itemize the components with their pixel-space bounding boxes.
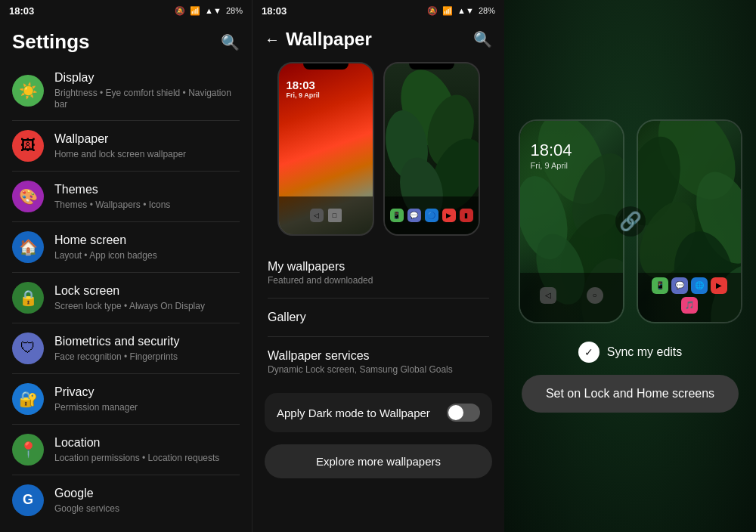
home-app-4: ▶ — [711, 277, 727, 294]
app-dot-2c: 🔵 — [425, 209, 438, 222]
wallpaper-option-my[interactable]: My wallpapers Featured and downloaded — [262, 248, 495, 298]
dark-mode-label: Apply Dark mode to Wallpaper — [277, 407, 430, 419]
preview-lock-big-time: 18:04 — [531, 142, 572, 159]
location-icon: 📍 — [12, 434, 44, 466]
preview-lock-date: Fri, 9 April — [531, 161, 572, 170]
divider-7 — [12, 424, 240, 425]
preview-phone-home[interactable]: 📱 💬 🌐 ▶ 🎵 — [637, 119, 742, 323]
app-dot-2d: ▶ — [442, 209, 456, 222]
display-name: Display — [54, 70, 240, 86]
wallpaper-title: Wallpaper — [286, 29, 372, 50]
phone-notch-1 — [303, 63, 349, 70]
settings-item-lockscreen[interactable]: 🔒 Lock screen Screen lock type • Always … — [6, 274, 246, 321]
settings-item-privacy[interactable]: 🔐 Privacy Permission manager — [6, 376, 246, 422]
homescreen-text: Home screen Layout • App icon badges — [54, 233, 240, 261]
lock-nav-1: ◁ — [540, 287, 556, 304]
status-icons-2: 🔕 📶 ▲▼ 28% — [427, 6, 495, 16]
wallpaper-icon: 🖼 — [12, 130, 44, 162]
wallpaper-option-gallery[interactable]: Gallery — [262, 298, 495, 336]
wallpaper-text: Wallpaper Home and lock screen wallpaper — [54, 131, 240, 160]
settings-item-wallpaper[interactable]: 🖼 Wallpaper Home and lock screen wallpap… — [6, 122, 246, 169]
google-desc: Google services — [54, 503, 240, 515]
toggle-knob — [448, 405, 463, 420]
privacy-name: Privacy — [54, 385, 240, 401]
preview-date-1: Fri, 9 April — [287, 91, 320, 99]
location-desc: Location permissions • Location requests — [54, 453, 240, 465]
settings-item-biometrics[interactable]: 🛡 Biometrics and security Face recogniti… — [6, 325, 246, 372]
wallpaper-name: Wallpaper — [54, 131, 240, 147]
themes-icon: 🎨 — [12, 181, 44, 212]
services-desc: Dynamic Lock screen, Samsung Global Goal… — [268, 364, 489, 375]
sync-check-icon: ✓ — [578, 342, 600, 363]
search-icon-settings[interactable]: 🔍 — [221, 33, 240, 51]
app-dot-2b: 💬 — [407, 209, 421, 222]
settings-item-homescreen[interactable]: 🏠 Home screen Layout • App icon badges — [6, 224, 246, 271]
homescreen-desc: Layout • App icon badges — [54, 250, 240, 262]
home-app-2: 💬 — [671, 277, 688, 294]
phone-bottom-bar-1: ◁ □ — [279, 196, 373, 234]
homescreen-icon: 🏠 — [12, 231, 44, 263]
my-wallpapers-desc: Featured and downloaded — [268, 275, 489, 286]
preview-home-bottom: 📱 💬 🌐 ▶ 🎵 — [638, 273, 741, 322]
wallpaper-header-left: ← Wallpaper — [265, 29, 372, 50]
home-app-5: 🎵 — [681, 297, 698, 314]
display-text: Display Brightness • Eye comfort shield … — [54, 70, 240, 111]
phone-bottom-bar-2: 📱 💬 🔵 ▶ ▮ — [385, 196, 479, 234]
settings-item-google[interactable]: G Google Google services — [6, 477, 246, 524]
settings-item-location[interactable]: 📍 Location Location permissions • Locati… — [6, 426, 246, 473]
dark-mode-toggle[interactable] — [447, 404, 480, 422]
preview-panel: 18:04 Fri, 9 April ◁ ○ — [504, 0, 756, 532]
divider-4 — [12, 272, 240, 273]
divider-2 — [12, 171, 240, 172]
app-dot-2e: ▮ — [460, 209, 473, 222]
phone-preview-home[interactable]: 📱 💬 🔵 ▶ ▮ — [383, 62, 480, 236]
settings-header: Settings 🔍 — [0, 21, 252, 60]
google-name: Google — [54, 486, 240, 502]
home-app-3: 🌐 — [691, 277, 708, 294]
homescreen-name: Home screen — [54, 233, 240, 249]
lock-nav-2: ○ — [587, 287, 603, 304]
lockscreen-name: Lock screen — [54, 283, 240, 299]
my-wallpapers-title: My wallpapers — [268, 260, 489, 274]
themes-name: Themes — [54, 182, 240, 198]
divider-6 — [12, 373, 240, 374]
phone-time-overlay-1: 18:03 Fri, 9 April — [287, 79, 320, 99]
lockscreen-text: Lock screen Screen lock type • Always On… — [54, 283, 240, 312]
status-time-2: 18:03 — [262, 5, 287, 17]
biometrics-icon: 🛡 — [12, 332, 44, 364]
themes-text: Themes Themes • Wallpapers • Icons — [54, 182, 240, 211]
privacy-text: Privacy Permission manager — [54, 385, 240, 413]
preview-phone-lock[interactable]: 18:04 Fri, 9 April ◁ ○ — [519, 119, 624, 323]
biometrics-text: Biometrics and security Face recognition… — [54, 334, 240, 363]
divider-3 — [12, 221, 240, 222]
phone-preview-lock[interactable]: 18:03 Fri, 9 April ◁ □ — [277, 62, 374, 236]
link-icon: 🔗 — [615, 206, 646, 237]
explore-wallpapers-button[interactable]: Explore more wallpapers — [265, 444, 492, 478]
settings-list: ☀️ Display Brightness • Eye comfort shie… — [0, 60, 252, 532]
status-icons-1: 🔕 📶 ▲▼ 28% — [175, 6, 243, 16]
dark-mode-toggle-row[interactable]: Apply Dark mode to Wallpaper — [265, 393, 492, 432]
settings-title: Settings — [12, 30, 90, 54]
status-bar-2: 18:03 🔕 📶 ▲▼ 28% — [253, 0, 504, 21]
home-app-1: 📱 — [652, 277, 668, 294]
set-wallpaper-button[interactable]: Set on Lock and Home screens — [522, 375, 739, 413]
lockscreen-icon: 🔒 — [12, 282, 44, 314]
wallpaper-desc: Home and lock screen wallpaper — [54, 149, 240, 161]
settings-item-themes[interactable]: 🎨 Themes Themes • Wallpapers • Icons — [6, 173, 246, 220]
display-icon: ☀️ — [12, 75, 44, 107]
wallpaper-previews: 18:03 Fri, 9 April ◁ □ 📱 — [253, 56, 504, 248]
preview-lock-bottom: ◁ ○ — [520, 273, 623, 322]
google-icon: G — [12, 484, 44, 516]
location-text: Location Location permissions • Location… — [54, 435, 240, 464]
app-dot-2a: 📱 — [390, 209, 404, 222]
sync-row: ✓ Sync my edits — [578, 342, 683, 363]
divider-5 — [12, 323, 240, 323]
divider-8 — [12, 475, 240, 475]
back-icon[interactable]: ← — [265, 31, 280, 48]
search-icon-wallpaper[interactable]: 🔍 — [473, 30, 492, 48]
privacy-desc: Permission manager — [54, 402, 240, 414]
wallpaper-option-services[interactable]: Wallpaper services Dynamic Lock screen, … — [262, 337, 495, 387]
settings-item-display[interactable]: ☀️ Display Brightness • Eye comfort shie… — [6, 63, 246, 119]
gallery-title: Gallery — [268, 311, 489, 324]
wallpaper-header: ← Wallpaper 🔍 — [253, 21, 504, 56]
